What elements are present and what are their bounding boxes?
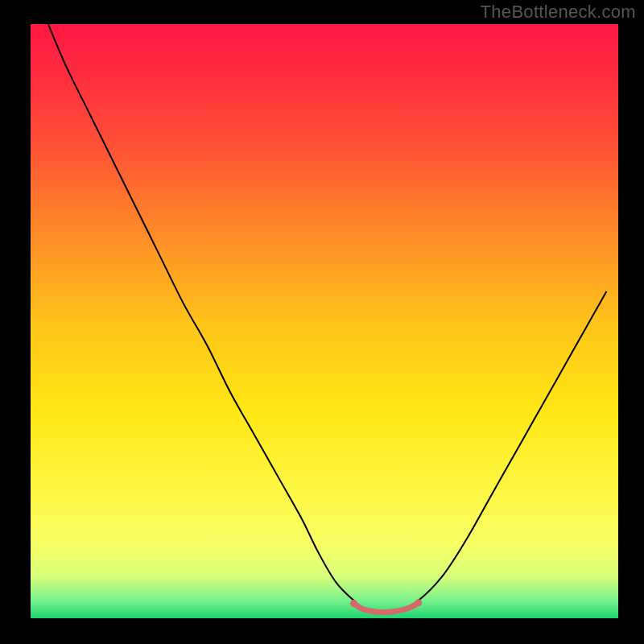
- plot-area: [31, 24, 618, 618]
- gradient-background: [31, 24, 618, 618]
- optimal-endpoint-left: [350, 600, 357, 607]
- bottleneck-chart: [31, 24, 618, 618]
- chart-frame: TheBottleneck.com: [0, 0, 644, 644]
- watermark-text: TheBottleneck.com: [481, 2, 636, 23]
- optimal-endpoint-right: [415, 599, 422, 606]
